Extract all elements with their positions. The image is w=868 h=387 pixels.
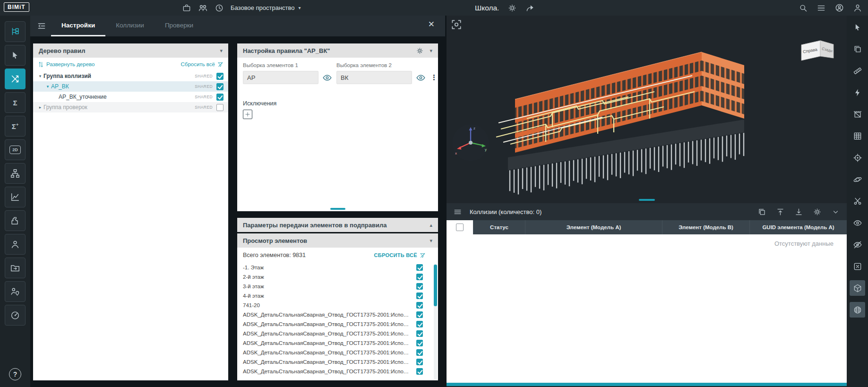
rule-settings-header[interactable]: Настройка правила "АР_ВК" ▾ (237, 43, 438, 58)
chevron-up-icon[interactable]: ▴ (430, 222, 432, 228)
close-icon[interactable]: ✕ (428, 20, 435, 28)
layers-tool-button[interactable] (850, 41, 865, 57)
structure-tool-button[interactable] (5, 163, 26, 184)
rules-tree-header[interactable]: Дерево правил ▾ (33, 43, 228, 58)
settings-gear-icon[interactable] (507, 3, 517, 13)
element-list-item[interactable]: ADSK_ДетальСтальнаяСварная_Отвод_ГОСТ173… (237, 319, 438, 329)
align-bottom-icon[interactable] (794, 207, 803, 216)
chevron-down-icon[interactable]: ▾ (430, 238, 432, 244)
help-button[interactable]: ? (9, 368, 21, 380)
selection-2-input[interactable] (336, 71, 412, 84)
collision-tool-button[interactable] (5, 69, 26, 89)
shared-models-tool-button[interactable] (5, 258, 26, 278)
element-checkbox[interactable] (416, 274, 423, 280)
collapse-panel-icon[interactable] (37, 21, 46, 31)
element-list-item[interactable]: 3-й этаж (237, 282, 438, 291)
user-location-tool-button[interactable] (5, 281, 26, 302)
element-list-item[interactable]: ADSK_ДетальСтальнаяСварная_Отвод_ГОСТ173… (237, 367, 438, 376)
element-checkbox[interactable] (416, 302, 423, 309)
select-tool-button[interactable] (5, 45, 26, 66)
tree-node-checkbox[interactable] (216, 83, 223, 90)
sphere-settings-tool-button[interactable] (850, 302, 865, 318)
fullscreen-icon[interactable] (450, 18, 463, 31)
selection-more-icon[interactable]: ⋮ (430, 73, 438, 82)
align-top-icon[interactable] (776, 207, 785, 216)
share-icon[interactable] (525, 3, 535, 13)
projects-icon[interactable] (182, 3, 191, 13)
orbit-tool-button[interactable] (850, 172, 865, 187)
element-checkbox[interactable] (416, 292, 423, 299)
panel-tab[interactable]: Проверки (155, 16, 204, 36)
element-list-item[interactable]: ADSK_ДетальСтальнаяСварная_Отвод_ГОСТ173… (237, 357, 438, 367)
reset-all-link[interactable]: Сбросить всё (181, 61, 223, 68)
show-tool-button[interactable] (850, 215, 865, 231)
element-checkbox[interactable] (416, 311, 423, 318)
quick-tool-button[interactable] (850, 85, 865, 100)
sum-tool-button[interactable]: Σ (5, 92, 26, 113)
sum-add-tool-button[interactable]: Σ+ (5, 116, 26, 137)
dashboard-tool-button[interactable] (5, 305, 26, 326)
element-list-item[interactable]: ADSK_ДетальСтальнаяСварная_Отвод_ГОСТ173… (237, 338, 438, 348)
element-list-item[interactable]: ADSK_ДетальСтальнаяСварная_Отвод_ГОСТ173… (237, 348, 438, 357)
element-list-item[interactable]: ADSK_ДетальСтальнаяСварная_Отвод_ГОСТ173… (237, 310, 438, 319)
panel-menu-icon[interactable] (453, 207, 462, 216)
selection-1-input[interactable] (243, 71, 318, 84)
avatar-icon[interactable] (853, 3, 862, 13)
tree-node[interactable]: ▾ Группа коллизий SHARED (33, 71, 228, 81)
element-checkbox[interactable] (416, 330, 423, 337)
element-list-item[interactable]: 741-20 (237, 301, 438, 310)
hide-tool-button[interactable] (850, 237, 865, 252)
transfer-section-header[interactable]: Параметры передачи элементов в подправил… (237, 218, 438, 232)
duplicate-icon[interactable] (757, 207, 766, 216)
account-icon[interactable] (834, 3, 844, 13)
tree-node[interactable]: ▸ Группа проверок SHARED (33, 102, 228, 112)
element-checkbox[interactable] (416, 264, 423, 271)
cube-visibility-tool-button[interactable] (850, 280, 865, 296)
element-checkbox[interactable] (416, 349, 423, 356)
tree-node-checkbox[interactable] (216, 73, 223, 80)
element-checkbox[interactable] (416, 340, 423, 346)
workspace-selector[interactable]: Базовое пространство ▾ (231, 4, 301, 11)
team-icon[interactable] (198, 3, 208, 13)
select-all-checkbox[interactable] (456, 224, 464, 231)
rule-gear-icon[interactable] (416, 47, 424, 55)
plugins-tool-button[interactable] (5, 210, 26, 231)
tree-node[interactable]: АР_ВК_уточнение SHARED (33, 92, 228, 102)
element-checkbox[interactable] (416, 368, 423, 375)
menu-icon[interactable] (816, 3, 826, 13)
selection-2-eye-icon[interactable] (416, 73, 426, 83)
element-checkbox[interactable] (416, 359, 423, 365)
element-list-item[interactable]: ADSK_ДетальСтальнаяСварная_Отвод_ГОСТ173… (237, 329, 438, 338)
expand-tree-link[interactable]: Развернуть дерево (38, 61, 95, 68)
element-list-item[interactable]: 4-й этаж (237, 291, 438, 301)
cursor-tool-button[interactable] (850, 19, 865, 35)
reset-all-elements-button[interactable]: СБРОСИТЬ ВСЁ (374, 252, 426, 258)
clear-selection-tool-button[interactable] (850, 258, 865, 274)
history-icon[interactable] (215, 3, 224, 13)
panel-tab[interactable]: Настройки (51, 16, 105, 36)
tree-node-checkbox[interactable] (216, 104, 223, 111)
navigation-cube[interactable]: Справа Сзади (798, 34, 837, 64)
add-exclusion-button[interactable] (243, 110, 252, 119)
table-settings-gear-icon[interactable] (813, 207, 822, 216)
section-box-tool-button[interactable] (850, 106, 865, 122)
element-list-item[interactable]: 2-й этаж (237, 272, 438, 282)
clip-tool-button[interactable] (850, 193, 865, 209)
element-list-item[interactable]: -1. Этаж (237, 263, 438, 272)
elements-view-header[interactable]: Просмотр элементов ▾ (237, 233, 438, 248)
user-tool-button[interactable] (5, 234, 26, 255)
chart-tool-button[interactable] (5, 187, 26, 207)
tree-node[interactable]: ▾ АР_ВК SHARED (33, 81, 228, 92)
panel-tab[interactable]: Коллизии (105, 16, 155, 36)
element-checkbox[interactable] (416, 321, 423, 327)
grid-tool-button[interactable] (850, 128, 865, 144)
chevron-down-icon[interactable]: ▾ (430, 48, 432, 54)
panel-resize-handle[interactable] (330, 208, 345, 210)
collapse-chevron-icon[interactable] (831, 207, 840, 216)
search-icon[interactable] (799, 3, 808, 13)
focus-tool-button[interactable] (850, 150, 865, 165)
element-checkbox[interactable] (416, 283, 423, 290)
elements-scrollbar-thumb[interactable] (434, 265, 437, 306)
2d-view-tool-button[interactable]: 2D (5, 139, 26, 160)
chevron-down-icon[interactable]: ▾ (220, 48, 223, 54)
